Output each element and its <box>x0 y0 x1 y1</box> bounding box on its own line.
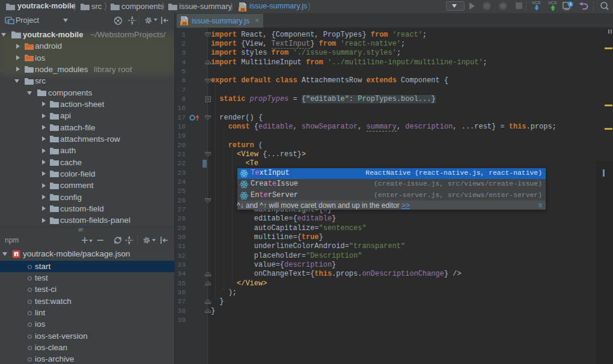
svg-text:JS: JS <box>240 8 245 11</box>
svg-text:JS: JS <box>182 22 186 25</box>
